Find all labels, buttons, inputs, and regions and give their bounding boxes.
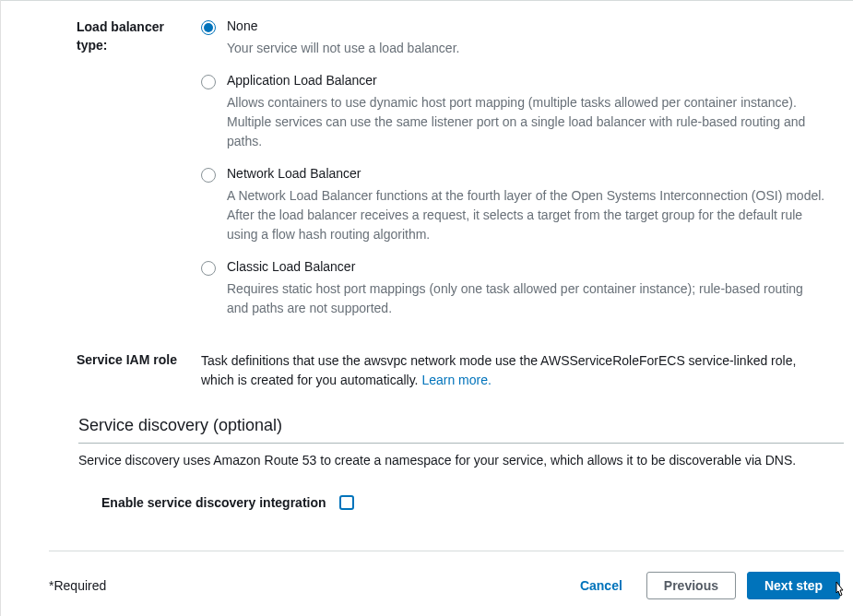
radio-option-nlb[interactable]: Network Load Balancer A Network Load Bal… bbox=[201, 166, 825, 244]
radio-option-none[interactable]: None Your service will not use a load ba… bbox=[201, 18, 825, 58]
service-discovery-subtext: Service discovery uses Amazon Route 53 t… bbox=[78, 453, 844, 468]
radio-title: None bbox=[227, 18, 825, 33]
service-iam-role-text: Task definitions that use the awsvpc net… bbox=[201, 351, 825, 390]
enable-service-discovery-checkbox[interactable] bbox=[339, 495, 354, 510]
previous-button[interactable]: Previous bbox=[646, 572, 736, 599]
radio-option-clb[interactable]: Classic Load Balancer Requires static ho… bbox=[201, 259, 825, 318]
cancel-button[interactable]: Cancel bbox=[567, 573, 635, 598]
required-label: *Required bbox=[49, 578, 106, 593]
enable-service-discovery-label: Enable service discovery integration bbox=[101, 495, 326, 510]
next-step-button[interactable]: Next step bbox=[747, 572, 840, 599]
radio-desc: Your service will not use a load balance… bbox=[227, 39, 825, 58]
radio-option-alb[interactable]: Application Load Balancer Allows contain… bbox=[201, 73, 825, 151]
radio-title: Network Load Balancer bbox=[227, 166, 825, 181]
radio-icon bbox=[201, 261, 216, 276]
radio-desc: A Network Load Balancer functions at the… bbox=[227, 186, 825, 244]
radio-desc: Requires static host port mappings (only… bbox=[227, 279, 825, 318]
radio-desc: Allows containers to use dynamic host po… bbox=[227, 93, 825, 151]
service-iam-role-desc: Task definitions that use the awsvpc net… bbox=[201, 353, 796, 387]
radio-title: Classic Load Balancer bbox=[227, 259, 825, 274]
service-discovery-header: Service discovery (optional) bbox=[78, 390, 844, 443]
radio-icon bbox=[201, 20, 216, 35]
service-iam-role-label: Service IAM role bbox=[77, 351, 201, 390]
radio-title: Application Load Balancer bbox=[227, 73, 825, 88]
load-balancer-type-label: Load balancer type: bbox=[77, 18, 201, 333]
radio-icon bbox=[201, 75, 216, 89]
learn-more-link[interactable]: Learn more. bbox=[421, 373, 491, 387]
radio-icon bbox=[201, 168, 216, 183]
